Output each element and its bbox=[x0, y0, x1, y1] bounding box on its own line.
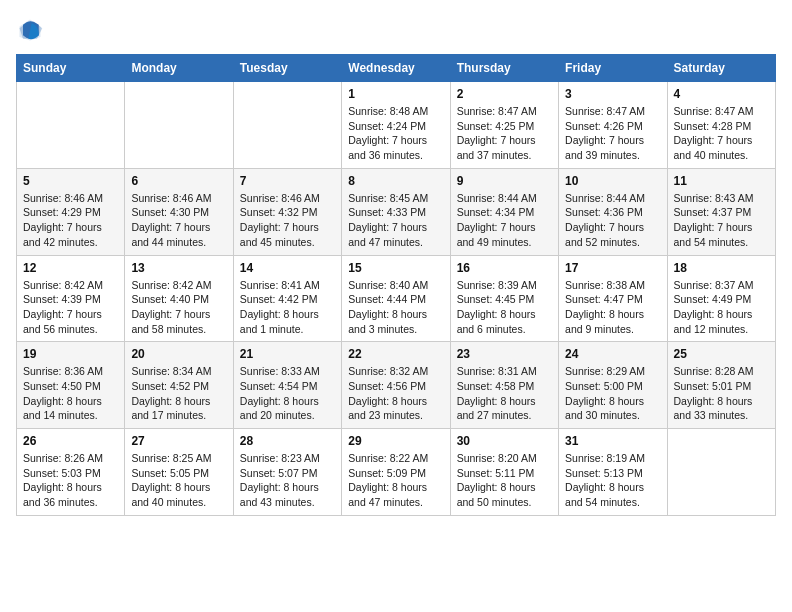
day-number: 24 bbox=[565, 347, 660, 361]
day-number: 14 bbox=[240, 261, 335, 275]
calendar-day-cell: 3Sunrise: 8:47 AMSunset: 4:26 PMDaylight… bbox=[559, 82, 667, 169]
day-info: Sunrise: 8:47 AMSunset: 4:26 PMDaylight:… bbox=[565, 104, 660, 163]
day-info: Sunrise: 8:44 AMSunset: 4:36 PMDaylight:… bbox=[565, 191, 660, 250]
day-info: Sunrise: 8:39 AMSunset: 4:45 PMDaylight:… bbox=[457, 278, 552, 337]
calendar-day-cell: 29Sunrise: 8:22 AMSunset: 5:09 PMDayligh… bbox=[342, 429, 450, 516]
calendar-day-cell: 11Sunrise: 8:43 AMSunset: 4:37 PMDayligh… bbox=[667, 168, 775, 255]
day-info: Sunrise: 8:32 AMSunset: 4:56 PMDaylight:… bbox=[348, 364, 443, 423]
day-of-week-header: Monday bbox=[125, 55, 233, 82]
calendar-week-row: 19Sunrise: 8:36 AMSunset: 4:50 PMDayligh… bbox=[17, 342, 776, 429]
day-info: Sunrise: 8:47 AMSunset: 4:25 PMDaylight:… bbox=[457, 104, 552, 163]
day-number: 20 bbox=[131, 347, 226, 361]
calendar-day-cell: 14Sunrise: 8:41 AMSunset: 4:42 PMDayligh… bbox=[233, 255, 341, 342]
calendar-day-cell bbox=[125, 82, 233, 169]
day-number: 12 bbox=[23, 261, 118, 275]
day-info: Sunrise: 8:28 AMSunset: 5:01 PMDaylight:… bbox=[674, 364, 769, 423]
calendar-week-row: 12Sunrise: 8:42 AMSunset: 4:39 PMDayligh… bbox=[17, 255, 776, 342]
day-info: Sunrise: 8:29 AMSunset: 5:00 PMDaylight:… bbox=[565, 364, 660, 423]
day-info: Sunrise: 8:46 AMSunset: 4:30 PMDaylight:… bbox=[131, 191, 226, 250]
day-info: Sunrise: 8:40 AMSunset: 4:44 PMDaylight:… bbox=[348, 278, 443, 337]
calendar-day-cell: 5Sunrise: 8:46 AMSunset: 4:29 PMDaylight… bbox=[17, 168, 125, 255]
calendar-day-cell: 17Sunrise: 8:38 AMSunset: 4:47 PMDayligh… bbox=[559, 255, 667, 342]
calendar-header-row: SundayMondayTuesdayWednesdayThursdayFrid… bbox=[17, 55, 776, 82]
calendar-day-cell: 21Sunrise: 8:33 AMSunset: 4:54 PMDayligh… bbox=[233, 342, 341, 429]
day-info: Sunrise: 8:19 AMSunset: 5:13 PMDaylight:… bbox=[565, 451, 660, 510]
day-info: Sunrise: 8:31 AMSunset: 4:58 PMDaylight:… bbox=[457, 364, 552, 423]
day-of-week-header: Thursday bbox=[450, 55, 558, 82]
day-info: Sunrise: 8:36 AMSunset: 4:50 PMDaylight:… bbox=[23, 364, 118, 423]
day-number: 21 bbox=[240, 347, 335, 361]
calendar-week-row: 1Sunrise: 8:48 AMSunset: 4:24 PMDaylight… bbox=[17, 82, 776, 169]
day-number: 15 bbox=[348, 261, 443, 275]
calendar-day-cell: 18Sunrise: 8:37 AMSunset: 4:49 PMDayligh… bbox=[667, 255, 775, 342]
day-number: 3 bbox=[565, 87, 660, 101]
calendar-day-cell: 4Sunrise: 8:47 AMSunset: 4:28 PMDaylight… bbox=[667, 82, 775, 169]
calendar-day-cell: 15Sunrise: 8:40 AMSunset: 4:44 PMDayligh… bbox=[342, 255, 450, 342]
calendar-day-cell: 16Sunrise: 8:39 AMSunset: 4:45 PMDayligh… bbox=[450, 255, 558, 342]
day-number: 16 bbox=[457, 261, 552, 275]
day-number: 1 bbox=[348, 87, 443, 101]
calendar-day-cell: 31Sunrise: 8:19 AMSunset: 5:13 PMDayligh… bbox=[559, 429, 667, 516]
calendar-day-cell: 25Sunrise: 8:28 AMSunset: 5:01 PMDayligh… bbox=[667, 342, 775, 429]
calendar-day-cell: 12Sunrise: 8:42 AMSunset: 4:39 PMDayligh… bbox=[17, 255, 125, 342]
calendar-day-cell: 20Sunrise: 8:34 AMSunset: 4:52 PMDayligh… bbox=[125, 342, 233, 429]
day-info: Sunrise: 8:46 AMSunset: 4:29 PMDaylight:… bbox=[23, 191, 118, 250]
calendar-day-cell: 30Sunrise: 8:20 AMSunset: 5:11 PMDayligh… bbox=[450, 429, 558, 516]
day-info: Sunrise: 8:41 AMSunset: 4:42 PMDaylight:… bbox=[240, 278, 335, 337]
calendar-day-cell: 24Sunrise: 8:29 AMSunset: 5:00 PMDayligh… bbox=[559, 342, 667, 429]
day-info: Sunrise: 8:38 AMSunset: 4:47 PMDaylight:… bbox=[565, 278, 660, 337]
day-number: 27 bbox=[131, 434, 226, 448]
calendar-day-cell: 26Sunrise: 8:26 AMSunset: 5:03 PMDayligh… bbox=[17, 429, 125, 516]
calendar-day-cell: 13Sunrise: 8:42 AMSunset: 4:40 PMDayligh… bbox=[125, 255, 233, 342]
day-number: 26 bbox=[23, 434, 118, 448]
day-number: 8 bbox=[348, 174, 443, 188]
day-number: 13 bbox=[131, 261, 226, 275]
calendar-day-cell: 9Sunrise: 8:44 AMSunset: 4:34 PMDaylight… bbox=[450, 168, 558, 255]
calendar-day-cell bbox=[233, 82, 341, 169]
day-number: 9 bbox=[457, 174, 552, 188]
day-of-week-header: Sunday bbox=[17, 55, 125, 82]
calendar-day-cell: 28Sunrise: 8:23 AMSunset: 5:07 PMDayligh… bbox=[233, 429, 341, 516]
calendar-day-cell: 1Sunrise: 8:48 AMSunset: 4:24 PMDaylight… bbox=[342, 82, 450, 169]
day-number: 2 bbox=[457, 87, 552, 101]
calendar-day-cell bbox=[667, 429, 775, 516]
day-number: 7 bbox=[240, 174, 335, 188]
calendar-week-row: 5Sunrise: 8:46 AMSunset: 4:29 PMDaylight… bbox=[17, 168, 776, 255]
calendar-week-row: 26Sunrise: 8:26 AMSunset: 5:03 PMDayligh… bbox=[17, 429, 776, 516]
day-info: Sunrise: 8:34 AMSunset: 4:52 PMDaylight:… bbox=[131, 364, 226, 423]
day-info: Sunrise: 8:42 AMSunset: 4:40 PMDaylight:… bbox=[131, 278, 226, 337]
day-number: 28 bbox=[240, 434, 335, 448]
calendar: SundayMondayTuesdayWednesdayThursdayFrid… bbox=[16, 54, 776, 516]
day-info: Sunrise: 8:33 AMSunset: 4:54 PMDaylight:… bbox=[240, 364, 335, 423]
calendar-day-cell: 6Sunrise: 8:46 AMSunset: 4:30 PMDaylight… bbox=[125, 168, 233, 255]
calendar-day-cell: 22Sunrise: 8:32 AMSunset: 4:56 PMDayligh… bbox=[342, 342, 450, 429]
day-info: Sunrise: 8:37 AMSunset: 4:49 PMDaylight:… bbox=[674, 278, 769, 337]
day-number: 19 bbox=[23, 347, 118, 361]
calendar-day-cell: 19Sunrise: 8:36 AMSunset: 4:50 PMDayligh… bbox=[17, 342, 125, 429]
day-of-week-header: Wednesday bbox=[342, 55, 450, 82]
day-info: Sunrise: 8:22 AMSunset: 5:09 PMDaylight:… bbox=[348, 451, 443, 510]
day-info: Sunrise: 8:45 AMSunset: 4:33 PMDaylight:… bbox=[348, 191, 443, 250]
day-number: 29 bbox=[348, 434, 443, 448]
calendar-day-cell: 8Sunrise: 8:45 AMSunset: 4:33 PMDaylight… bbox=[342, 168, 450, 255]
calendar-day-cell: 23Sunrise: 8:31 AMSunset: 4:58 PMDayligh… bbox=[450, 342, 558, 429]
day-info: Sunrise: 8:43 AMSunset: 4:37 PMDaylight:… bbox=[674, 191, 769, 250]
page-header bbox=[16, 16, 776, 44]
calendar-day-cell: 2Sunrise: 8:47 AMSunset: 4:25 PMDaylight… bbox=[450, 82, 558, 169]
day-info: Sunrise: 8:23 AMSunset: 5:07 PMDaylight:… bbox=[240, 451, 335, 510]
day-info: Sunrise: 8:26 AMSunset: 5:03 PMDaylight:… bbox=[23, 451, 118, 510]
day-number: 30 bbox=[457, 434, 552, 448]
day-info: Sunrise: 8:47 AMSunset: 4:28 PMDaylight:… bbox=[674, 104, 769, 163]
day-info: Sunrise: 8:25 AMSunset: 5:05 PMDaylight:… bbox=[131, 451, 226, 510]
day-number: 18 bbox=[674, 261, 769, 275]
day-of-week-header: Tuesday bbox=[233, 55, 341, 82]
day-of-week-header: Friday bbox=[559, 55, 667, 82]
calendar-day-cell: 27Sunrise: 8:25 AMSunset: 5:05 PMDayligh… bbox=[125, 429, 233, 516]
day-info: Sunrise: 8:48 AMSunset: 4:24 PMDaylight:… bbox=[348, 104, 443, 163]
logo-icon bbox=[16, 16, 44, 44]
day-info: Sunrise: 8:42 AMSunset: 4:39 PMDaylight:… bbox=[23, 278, 118, 337]
day-of-week-header: Saturday bbox=[667, 55, 775, 82]
day-number: 4 bbox=[674, 87, 769, 101]
day-number: 11 bbox=[674, 174, 769, 188]
calendar-day-cell: 7Sunrise: 8:46 AMSunset: 4:32 PMDaylight… bbox=[233, 168, 341, 255]
